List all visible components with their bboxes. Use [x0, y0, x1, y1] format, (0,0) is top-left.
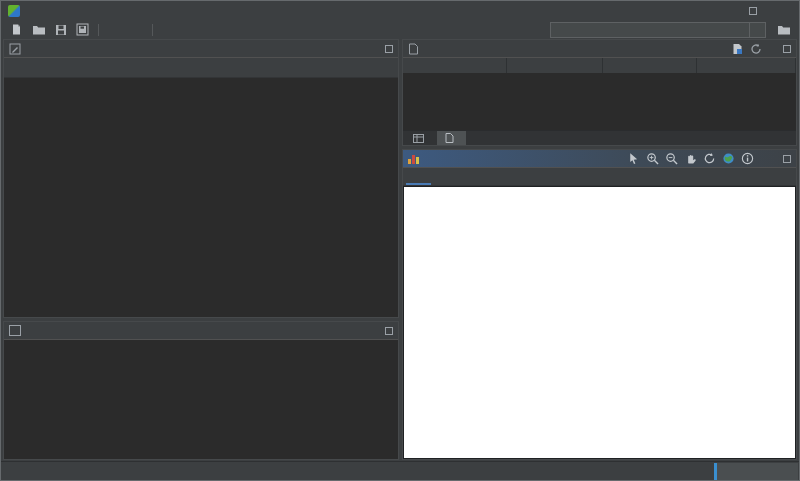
new-file-icon — [10, 23, 23, 36]
file-table-header — [403, 58, 796, 74]
zoom-out-button[interactable] — [665, 152, 678, 165]
maximize-icon — [783, 45, 791, 53]
open-folder-icon — [32, 24, 46, 36]
file-explorer-panel — [402, 39, 797, 146]
redo-button[interactable] — [126, 21, 147, 38]
open-file-button[interactable] — [28, 21, 49, 38]
file-explorer-header — [403, 40, 796, 58]
folder-icon — [777, 24, 791, 36]
console-panel-header — [4, 322, 398, 340]
editor-icon — [9, 43, 21, 55]
main-toolbar — [1, 20, 799, 39]
explorer-bottom-tabs — [403, 130, 796, 145]
new-file-button[interactable] — [732, 43, 743, 55]
column-header-name[interactable] — [403, 58, 507, 73]
save-all-button[interactable] — [72, 21, 93, 38]
zoom-in-icon — [646, 152, 659, 165]
column-header-datemodified[interactable] — [697, 58, 796, 73]
maximize-panel-icon[interactable] — [385, 327, 393, 335]
column-header-filetype[interactable] — [603, 58, 697, 73]
toolbar-separator — [152, 24, 153, 36]
new-file-icon — [732, 43, 743, 55]
figures-tabbar — [403, 168, 796, 186]
column-header-size[interactable] — [507, 58, 603, 73]
editor-panel — [3, 39, 399, 318]
zoom-out-icon — [665, 152, 678, 165]
editor-tabbar — [4, 58, 398, 78]
app-logo-icon — [8, 5, 20, 17]
file-explorer-icon — [408, 43, 419, 55]
rotate-button[interactable] — [703, 152, 716, 165]
editor-panel-header — [4, 40, 398, 58]
select-cursor-button[interactable] — [627, 152, 640, 165]
zoom-in-button[interactable] — [646, 152, 659, 165]
app-window — [0, 0, 800, 481]
maximize-panel-icon[interactable] — [385, 45, 393, 53]
maximize-icon — [783, 155, 791, 163]
window-maximize-button[interactable] — [739, 1, 767, 20]
console-panel — [3, 321, 399, 460]
tab-figure-1[interactable] — [406, 168, 431, 185]
maximize-panel-icon[interactable] — [783, 45, 791, 53]
maximize-icon — [749, 7, 757, 15]
rotate-icon — [703, 152, 716, 165]
browse-folder-button[interactable] — [773, 21, 794, 38]
info-icon — [741, 152, 754, 165]
save-button[interactable] — [50, 21, 71, 38]
figure-canvas[interactable] — [403, 186, 796, 459]
globe-icon — [722, 152, 735, 165]
undo-button[interactable] — [104, 21, 125, 38]
figures-panel — [402, 149, 797, 460]
tab-file-explorer[interactable] — [437, 131, 466, 145]
window-close-button[interactable] — [767, 1, 795, 20]
pan-button[interactable] — [684, 152, 697, 165]
refresh-button[interactable] — [750, 43, 762, 55]
titlebar — [1, 1, 799, 20]
current-folder-combobox[interactable] — [550, 22, 766, 38]
memory-indicator — [714, 463, 798, 480]
code-editor[interactable] — [4, 78, 398, 317]
tab-variable-explorer[interactable] — [405, 131, 436, 145]
figures-icon — [408, 154, 419, 164]
tiramisu-cake-plot — [404, 187, 795, 458]
maximize-icon — [385, 45, 393, 53]
toolbar-separator — [98, 24, 99, 36]
maximize-panel-icon[interactable] — [783, 155, 791, 163]
file-icon — [445, 133, 454, 143]
console-icon — [9, 325, 21, 336]
cursor-arrow-icon — [627, 152, 640, 165]
identify-button[interactable] — [741, 152, 754, 165]
window-minimize-button[interactable] — [711, 1, 739, 20]
table-icon — [413, 134, 424, 143]
save-icon — [55, 24, 67, 36]
save-all-icon — [76, 23, 89, 36]
status-bar — [1, 461, 799, 480]
console-output[interactable] — [4, 340, 398, 459]
chevron-down-icon[interactable] — [749, 23, 765, 37]
file-table-body — [403, 74, 796, 130]
hand-pan-icon — [684, 152, 697, 165]
maximize-icon — [385, 327, 393, 335]
figures-panel-header — [403, 150, 796, 168]
refresh-icon — [750, 43, 762, 55]
globe-button[interactable] — [722, 152, 735, 165]
main-area — [1, 39, 799, 461]
new-file-button[interactable] — [6, 21, 27, 38]
run-script-button[interactable] — [158, 21, 179, 38]
